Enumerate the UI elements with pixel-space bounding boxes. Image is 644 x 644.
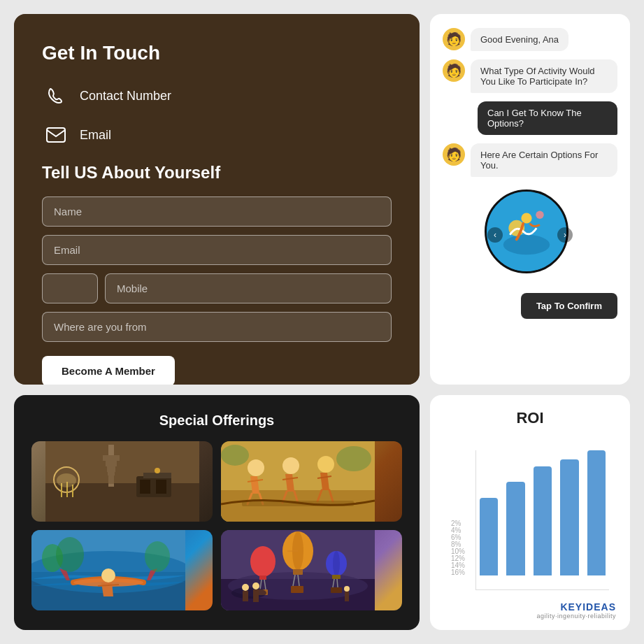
svg-point-31 (221, 445, 249, 466)
svg-rect-66 (253, 589, 259, 602)
svg-rect-22 (156, 480, 166, 494)
bar-2 (506, 450, 524, 575)
y-label-16: 16% (451, 569, 475, 576)
carousel-next-button[interactable]: › (557, 227, 573, 243)
bar-fill-3 (534, 466, 552, 575)
bar-4 (560, 450, 578, 575)
svg-rect-18 (72, 485, 73, 497)
activity-carousel: ‹ › (443, 189, 617, 280)
greeting-bubble: Good Evening, Ana (471, 28, 568, 51)
question-message: 🧑 What Type Of Activity Would You Like T… (443, 59, 617, 93)
question-bubble: What Type Of Activity Would You Like To … (471, 59, 617, 93)
svg-rect-7 (45, 483, 199, 522)
svg-point-24 (155, 468, 160, 473)
name-input[interactable] (42, 196, 392, 227)
svg-rect-21 (140, 480, 150, 494)
svg-point-28 (282, 457, 299, 474)
tell-us-title: Tell US About Yourself (42, 163, 392, 183)
email-icon (42, 121, 70, 149)
svg-rect-55 (291, 586, 303, 593)
options-message: 🧑 Here Are Certain Options For You. (443, 143, 617, 177)
email-row: Email (42, 121, 392, 149)
svg-rect-64 (243, 591, 248, 601)
svg-point-32 (336, 446, 371, 471)
country-code-input[interactable]: +91 (42, 273, 98, 303)
bar-fill-1 (480, 498, 498, 575)
svg-point-65 (252, 582, 259, 589)
svg-rect-52 (293, 569, 303, 575)
svg-point-62 (231, 587, 266, 599)
svg-point-37 (101, 568, 115, 582)
svg-point-19 (57, 473, 76, 487)
email-label: Email (80, 128, 111, 143)
keyideas-logo: KEYIDEAS (444, 596, 616, 613)
phone-input-row: +91 (42, 273, 392, 303)
mobile-input[interactable] (105, 273, 392, 303)
svg-point-29 (317, 456, 334, 473)
svg-point-27 (248, 459, 264, 476)
bar-fill-2 (506, 482, 524, 575)
svg-point-57 (333, 551, 340, 576)
bar-3 (534, 450, 552, 575)
roi-card: ROI 16% 14% 12% 10% 8% 6% 4% 2% (430, 395, 630, 630)
bar-fill-5 (587, 450, 606, 575)
user-bubble: Can I Get To Know The Options? (478, 101, 617, 135)
svg-point-63 (242, 584, 249, 591)
svg-line-60 (337, 579, 338, 587)
svg-point-40 (145, 541, 170, 572)
svg-rect-10 (103, 455, 120, 461)
y-axis: 16% 14% 12% 10% 8% 6% 4% 2% (451, 520, 475, 590)
offerings-card: Special Offerings (14, 395, 420, 630)
svg-point-39 (56, 537, 84, 572)
svg-point-2 (503, 235, 550, 255)
roi-title: ROI (444, 409, 616, 427)
bar-fill-4 (560, 459, 578, 575)
bar-5 (587, 450, 606, 575)
become-member-button[interactable]: Become A Member (42, 356, 175, 385)
carousel-prev-button[interactable]: ‹ (487, 227, 503, 243)
svg-rect-0 (47, 128, 65, 142)
contact-title: Get In Touch (42, 42, 392, 64)
svg-rect-13 (108, 472, 115, 475)
contact-card: Get In Touch Contact Number Email Tell U… (14, 14, 420, 385)
svg-point-44 (250, 546, 276, 577)
greeting-message: 🧑 Good Evening, Ana (443, 28, 617, 51)
svg-rect-14 (108, 475, 114, 484)
bar-1 (480, 450, 498, 575)
user-reply-row: Can I Get To Know The Options? (443, 101, 617, 135)
svg-rect-58 (332, 575, 341, 579)
offerings-title: Special Offerings (31, 413, 402, 429)
svg-point-5 (536, 211, 543, 219)
offering-paris[interactable] (31, 441, 213, 522)
bot-avatar-3: 🧑 (443, 143, 465, 166)
phone-label: Contact Number (80, 89, 171, 103)
roi-chart: 16% 14% 12% 10% 8% 6% 4% 2% (444, 438, 616, 590)
location-input[interactable] (42, 312, 392, 342)
svg-rect-12 (107, 466, 115, 472)
bars-container (475, 450, 609, 590)
email-input[interactable] (42, 235, 392, 265)
svg-point-67 (344, 586, 350, 592)
svg-rect-11 (106, 461, 117, 466)
confirm-button[interactable]: Tap To Confirm (521, 293, 617, 319)
offering-balloon[interactable] (221, 530, 402, 610)
svg-rect-23 (143, 473, 171, 478)
svg-rect-61 (331, 587, 342, 593)
phone-row: Contact Number (42, 82, 392, 110)
bot-avatar-2: 🧑 (443, 59, 465, 82)
svg-rect-45 (259, 575, 266, 580)
carousel-wrapper: ‹ › (485, 189, 575, 280)
options-bubble: Here Are Certain Options For You. (471, 143, 617, 177)
offering-kayak[interactable] (31, 530, 213, 610)
svg-rect-68 (345, 592, 349, 601)
bot-avatar: 🧑 (443, 28, 465, 50)
chat-card: 🧑 Good Evening, Ana 🧑 What Type Of Activ… (430, 14, 630, 385)
offering-adventure[interactable] (221, 441, 402, 522)
svg-point-4 (521, 213, 531, 223)
phone-icon (42, 82, 70, 110)
keyideas-tagline: agility·ingenuity·reliability (444, 613, 616, 620)
offerings-grid (31, 441, 402, 610)
